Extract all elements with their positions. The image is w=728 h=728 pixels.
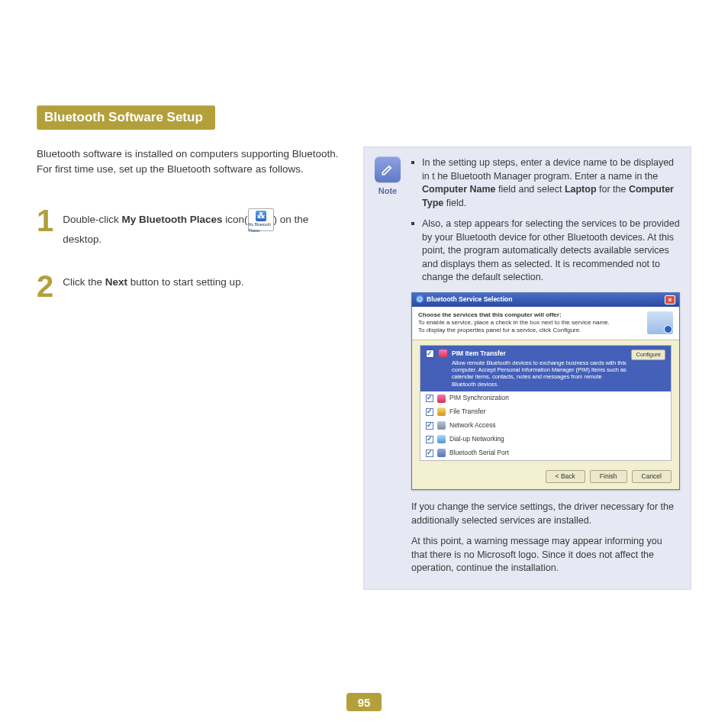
bluetooth-icon (416, 295, 424, 303)
right-column: Note In the setting up steps, enter a de… (363, 147, 691, 590)
pencil-icon (375, 156, 401, 182)
note-bullet: In the setting up steps, enter a device … (411, 156, 680, 210)
intro-text: Bluetooth software is installed on compu… (37, 147, 339, 176)
step-number: 2 (37, 271, 53, 301)
computer-bluetooth-icon (647, 311, 673, 334)
section-title: Bluetooth Software Setup (37, 105, 215, 130)
serial-icon (437, 449, 446, 457)
note-paragraph: If you change the service settings, the … (411, 501, 680, 527)
service-highlighted: PIM Item Transfer Allow remote Bluetooth… (420, 346, 671, 391)
close-icon: × (665, 295, 675, 304)
note-label: Note (378, 186, 397, 195)
pim-icon (439, 350, 447, 358)
note-paragraph: At this point, a warning message may app… (411, 535, 680, 575)
sync-icon (437, 395, 446, 403)
dialup-icon (437, 435, 446, 443)
step-1: 1 Double-click My Bluetooth Places icon(… (37, 205, 339, 248)
checkbox-icon (426, 449, 433, 457)
checkbox-icon (426, 395, 433, 402)
left-column: Bluetooth software is installed on compu… (37, 147, 339, 324)
bluetooth-places-icon: ⁂My Bluetooth Places (248, 208, 274, 231)
folder-icon (437, 407, 446, 416)
back-button: < Back (546, 470, 585, 484)
service-row: PIM Synchronization (420, 391, 671, 405)
checkbox-icon (426, 422, 433, 430)
network-icon (437, 421, 446, 430)
dialog-screenshot: Bluetooth Service Selection × Choose the… (411, 292, 680, 491)
service-row: Bluetooth Serial Port (420, 446, 671, 460)
finish-button: Finish (590, 470, 627, 484)
service-row: File Transfer (420, 405, 671, 419)
checkbox-icon (426, 436, 433, 443)
configure-button: Configure (631, 350, 665, 361)
dialog-title: Bluetooth Service Selection (427, 295, 512, 303)
service-row: Network Access (420, 419, 671, 433)
checkbox-icon (426, 408, 433, 416)
note-bullet: Also, a step appears for selecting the s… (411, 217, 680, 285)
service-row: Dial-up Networking (420, 433, 671, 446)
checkbox-icon (426, 350, 434, 358)
step-number: 1 (37, 205, 53, 236)
note-panel: Note In the setting up steps, enter a de… (363, 147, 691, 590)
page-number: 95 (346, 693, 382, 711)
cancel-button: Cancel (632, 470, 672, 484)
step-2: 2 Click the Next button to start setting… (37, 271, 339, 301)
